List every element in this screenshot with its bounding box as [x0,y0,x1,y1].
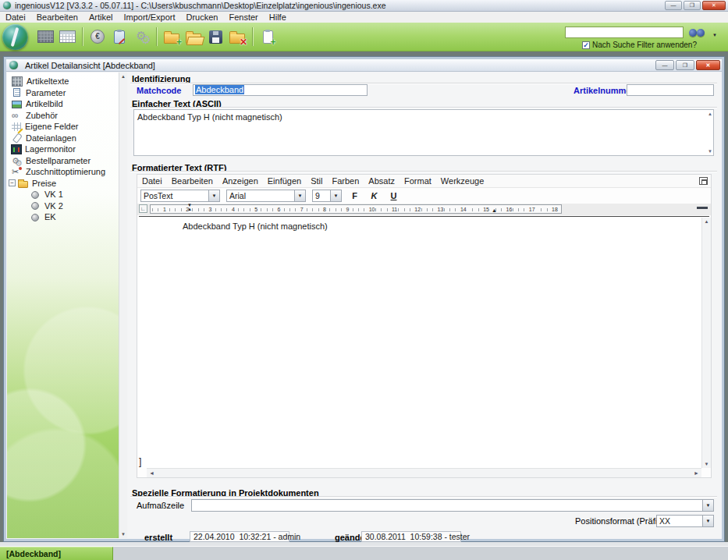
underline-button[interactable]: U [387,190,400,202]
menu-datei[interactable]: Datei [0,12,31,23]
minimize-button[interactable]: — [665,1,682,10]
divider [130,107,717,108]
font-family-select[interactable]: Arial▼ [226,190,306,202]
filter-checkbox[interactable]: ✓ [582,41,590,49]
gears-icon [12,156,22,165]
splitter-handle[interactable] [697,207,708,209]
sidebar-item-bestellparameter[interactable]: Bestellparameter [7,155,119,167]
sidebar-item-zuschnittoptimierung[interactable]: Zuschnittoptimierung [7,166,119,178]
copy-record-button[interactable] [183,26,204,48]
sidebar-item-parameter[interactable]: Parameter [7,87,119,99]
menu-artikel[interactable]: Artikel [83,12,119,23]
sidebar-item-lagermonitor[interactable]: Lagermonitor [7,144,119,155]
created-label: erstellt [144,533,172,542]
sidebar-item-ek[interactable]: EK [7,211,119,223]
rtf-menu-datei[interactable]: Datei [137,176,167,186]
clipboard-edit-button[interactable] [108,26,130,48]
divider [130,171,717,172]
rtf-menu-absatz[interactable]: Absatz [364,176,400,186]
sidebar-item-vk1[interactable]: VK 1 [7,189,119,200]
tab-selector-icon[interactable]: ∟ [139,204,147,213]
indent-marker[interactable]: ▼▲ [186,204,193,214]
italic-button[interactable]: K [368,190,381,202]
font-size-select[interactable]: 9▼ [312,190,342,202]
ascii-textarea[interactable]: Abdeckband Typ H (nicht magnetisch) ▲ ▼ [133,109,714,156]
menu-bearbeiten[interactable]: Bearbeiten [31,12,83,23]
sidebar-tree: Artikeltexte Parameter Artikelbild Zubeh… [7,73,119,538]
restore-button[interactable]: ❐ [684,1,701,10]
matchcode-input[interactable]: Abdeckband [193,84,368,96]
tab-stop-marker[interactable]: ▲ [492,207,497,214]
sidebar-item-vk2[interactable]: VK 2 [7,200,119,212]
rtf-ruler[interactable]: ∟ 123456789101112131415161718 ▼▲ ▲ [137,204,711,215]
scroll-left-icon[interactable]: ◄ [149,470,154,476]
scroll-down-icon[interactable]: ▼ [119,532,127,537]
sidebar-item-eigene-felder[interactable]: Eigene Felder [7,121,119,133]
clipboard-edit-icon [114,30,125,44]
rtf-menu-bearbeiten[interactable]: Bearbeiten [167,176,218,186]
positionsformat-label: Positionsformat (Präfix) [575,516,664,526]
new-clipboard-button[interactable]: + [257,26,279,48]
rtf-vertical-scrollbar[interactable]: ▲ ▼ [701,218,711,468]
rtf-menu-anzeigen[interactable]: Anzeigen [218,176,263,186]
rtf-menu-werkzeuge[interactable]: Werkzeuge [436,176,488,186]
dropdown-arrow-icon[interactable]: ▼ [702,516,713,526]
scroll-up-icon[interactable]: ▲ [119,74,127,79]
new-record-button[interactable]: + [161,26,183,48]
rtf-editor: Datei Bearbeiten Anzeigen Einfügen Stil … [137,174,712,478]
collapse-box-icon[interactable]: − [9,179,16,186]
child-minimize-button[interactable]: — [655,60,674,70]
dropdown-arrow-icon[interactable]: ▼ [294,190,305,201]
child-close-button[interactable]: ✕ [696,60,720,70]
child-restore-button[interactable]: ❐ [676,60,694,70]
sidebar-item-artikeltexte[interactable]: Artikeltexte [7,76,119,87]
close-button[interactable]: ✕ [702,1,726,10]
price-button[interactable]: € [87,26,108,48]
scroll-up-icon[interactable]: ▲ [702,219,711,224]
search-input[interactable] [565,27,684,38]
positionsformat-select[interactable]: XX▼ [656,515,714,527]
settings-button[interactable]: ⚙ [130,26,152,48]
chain-icon [12,111,22,120]
rtf-text: Abdeckband Typ H (nicht magnetisch) [183,222,328,231]
menu-drucken[interactable]: Drucken [181,12,224,23]
sidebar-item-dateianlagen[interactable]: Dateianlagen [7,133,119,144]
app-title: ingeniousV12 [V3.3.2 - 05.07.11] - C:\Us… [15,1,386,10]
paragraph-style-select[interactable]: PosText▼ [140,190,220,202]
sidebar-item-zubehoer[interactable]: Zubehör [7,110,119,122]
rtf-menu-stil[interactable]: Stil [306,176,327,186]
menu-import-export[interactable]: Import/Export [118,12,180,23]
rtf-maximize-icon[interactable] [699,177,708,185]
ruler-track[interactable]: 123456789101112131415161718 ▼▲ ▲ [150,204,562,214]
delete-record-button[interactable]: ✕ [226,26,248,48]
rtf-horizontal-scrollbar[interactable]: ◄ ► [147,468,701,477]
sidebar-scrollbar[interactable]: ▲ ▼ [119,73,127,538]
app-titlebar: ingeniousV12 [V3.3.2 - 05.07.11] - C:\Us… [0,0,728,12]
rtf-menu-einfuegen[interactable]: Einfügen [263,176,306,186]
menubar: Datei Bearbeiten Artikel Import/Export D… [0,12,728,23]
binoculars-search-icon[interactable] [689,28,705,38]
grid-view-button[interactable] [34,26,56,48]
artikelnummer-input[interactable] [627,84,714,96]
sidebar-item-artikelbild[interactable]: Artikelbild [7,98,119,110]
save-button[interactable] [204,26,226,48]
dropdown-arrow-icon[interactable]: ▼ [330,190,341,201]
table-view-button[interactable] [56,26,78,48]
scroll-down-icon[interactable]: ▼ [708,149,712,154]
aufmasszeile-select[interactable]: ▼ [191,499,714,512]
scroll-down-icon[interactable]: ▼ [702,462,711,466]
search-dropdown-caret-icon[interactable]: ▼ [712,33,717,37]
rtf-menu-farben[interactable]: Farben [328,176,364,186]
taskbar-tab-abdeckband[interactable]: [Abdeckband] [0,547,113,560]
menu-hilfe[interactable]: Hilfe [264,12,292,23]
bold-button[interactable]: F [348,190,361,202]
rtf-text-area[interactable]: Abdeckband Typ H (nicht magnetisch) ] [137,218,701,468]
delete-folder-icon: ✕ [229,34,245,44]
menu-fenster[interactable]: Fenster [223,12,263,23]
scroll-right-icon[interactable]: ► [694,470,699,476]
sidebar-item-preise[interactable]: −Preise [7,178,119,190]
dropdown-arrow-icon[interactable]: ▼ [208,190,219,201]
dropdown-arrow-icon[interactable]: ▼ [702,500,713,511]
rtf-menu-format[interactable]: Format [400,176,436,186]
scroll-up-icon[interactable]: ▲ [708,112,712,116]
